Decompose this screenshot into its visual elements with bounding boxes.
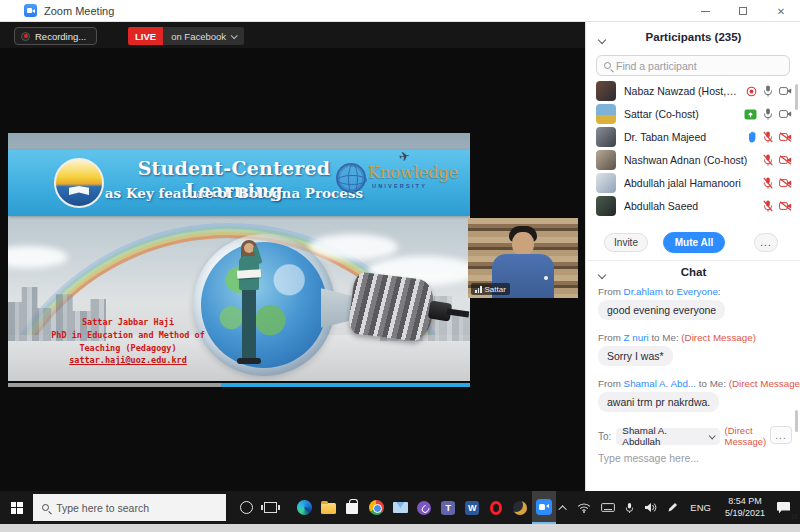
participants-more-button[interactable]: ...	[754, 233, 778, 252]
knowledge-university-logo: ✈ Knowledge UNIVERSITY	[332, 151, 462, 203]
screen-edge	[0, 524, 800, 532]
minimize-button[interactable]	[686, 0, 724, 22]
taskbar-search-input[interactable]	[56, 502, 217, 514]
chat-sender: Dr.ahlam	[624, 286, 663, 297]
chat-message-input[interactable]	[598, 452, 788, 464]
presenter-info: Sattar Jabbar Haji PhD in Education and …	[22, 316, 234, 367]
screen-share-icon	[744, 109, 757, 120]
tray-pen[interactable]	[662, 491, 683, 524]
recording-indicator-icon	[746, 86, 757, 97]
zoom-app-icon	[536, 499, 552, 515]
live-badge: LIVE	[128, 27, 163, 45]
tray-volume[interactable]	[639, 491, 662, 524]
chat-header: Chat	[586, 266, 800, 278]
live-stream-control[interactable]: LIVE on Facebook	[128, 27, 244, 45]
chat-recipient: Everyone:	[676, 286, 720, 297]
camera-off-icon[interactable]	[779, 132, 792, 142]
chat-sender: Z nuri	[624, 332, 649, 343]
chat-message-bubble: good evening everyone	[598, 300, 725, 320]
date-label: 5/19/2021	[725, 508, 765, 520]
girl-reading-graphic	[230, 240, 268, 372]
clock[interactable]: 8:54 PM5/19/2021	[718, 491, 772, 524]
keyboard-icon	[601, 503, 615, 512]
task-view-button[interactable]	[258, 491, 282, 524]
participant-video-tile[interactable]: Sattar	[468, 218, 578, 298]
invite-button[interactable]: Invite	[604, 233, 648, 252]
app-word[interactable]: W	[460, 491, 484, 524]
recording-indicator[interactable]: Recording...	[14, 27, 97, 45]
mic-muted-icon[interactable]	[763, 177, 773, 189]
presenter-degree2: Teaching (Pedagogy)	[22, 342, 234, 355]
direct-message-label: (Direct Message)	[681, 332, 756, 343]
participant-row[interactable]: Dr. Taban Majeed	[596, 126, 792, 148]
task-view-icon	[264, 502, 277, 513]
slide-subtitle: as Key feature of Bologna Process	[98, 185, 370, 201]
viber-icon	[417, 501, 431, 515]
app-teams[interactable]: T	[436, 491, 460, 524]
app-file-explorer[interactable]	[316, 491, 340, 524]
tray-touch-keyboard[interactable]	[596, 491, 620, 524]
chat-message-meta: From Shamal A. Abd... to Me: (Direct Mes…	[598, 378, 794, 389]
live-target-label: on Facebook	[171, 31, 226, 42]
notification-center-button[interactable]: 16	[772, 491, 800, 524]
mic-muted-icon[interactable]	[763, 131, 773, 143]
mic-muted-icon[interactable]	[763, 154, 773, 166]
maximize-button[interactable]	[724, 0, 762, 22]
chat-scrollbar[interactable]	[795, 410, 798, 432]
recipient-select[interactable]: Shamal A. Abdullah	[616, 428, 719, 445]
participant-row[interactable]: Nashwan Adnan (Co-host)	[596, 149, 792, 171]
app-opera[interactable]	[484, 491, 508, 524]
window-title: Zoom Meeting	[44, 5, 114, 17]
tray-network[interactable]	[572, 491, 596, 524]
participants-scrollbar[interactable]	[795, 84, 798, 110]
app-store[interactable]	[340, 491, 364, 524]
participant-row[interactable]: Sattar (Co-host)	[596, 103, 792, 125]
app-mail[interactable]	[388, 491, 412, 524]
participant-row[interactable]: Abdullah jalal Hamanoori	[596, 172, 792, 194]
taskbar-search[interactable]	[33, 494, 226, 521]
chat-sender: Shamal A. Abd...	[624, 378, 696, 389]
app-browser[interactable]	[508, 491, 532, 524]
avatar	[596, 150, 616, 170]
avatar	[596, 104, 616, 124]
camera-icon[interactable]	[779, 109, 792, 119]
start-button[interactable]	[0, 491, 33, 524]
to-label: To:	[598, 431, 611, 442]
zoom-meeting-window: Zoom Meeting ✕ Recording... LIVE on Face…	[0, 0, 800, 532]
mic-icon[interactable]	[763, 85, 773, 97]
presenter-email-link: sattar.haji@uoz.edu.krd	[69, 354, 187, 367]
tray-show-hidden-icons[interactable]	[556, 491, 572, 524]
notification-count-badge: 16	[791, 513, 798, 520]
participant-search[interactable]	[596, 55, 790, 76]
mic-muted-icon[interactable]	[763, 200, 773, 212]
app-edge[interactable]	[292, 491, 316, 524]
participant-row[interactable]: Abdullah Saeed	[596, 195, 792, 217]
file-explorer-icon	[321, 503, 336, 514]
camera-off-icon[interactable]	[779, 201, 792, 211]
cortana-icon	[240, 501, 253, 514]
language-indicator[interactable]: ENG	[683, 491, 718, 524]
camera-off-icon[interactable]	[779, 155, 792, 165]
cortana-button[interactable]	[234, 491, 258, 524]
close-button[interactable]: ✕	[762, 0, 800, 22]
chevron-down-icon	[708, 432, 715, 439]
knowledge-logo-subtext: UNIVERSITY	[372, 183, 427, 189]
avatar	[596, 127, 616, 147]
video-progress-bar[interactable]	[8, 383, 470, 387]
chat-input[interactable]	[598, 452, 788, 464]
chat-more-options-button[interactable]: ...	[770, 426, 792, 444]
tray-microphone[interactable]	[620, 491, 639, 524]
chat-composer-row: To: Shamal A. Abdullah (Direct Message) …	[598, 426, 794, 446]
chevron-down-icon[interactable]	[231, 32, 238, 39]
participant-row[interactable]: Nabaz Nawzad (Host, me)	[596, 80, 792, 102]
camera-off-icon[interactable]	[779, 178, 792, 188]
search-icon	[42, 504, 49, 511]
mute-all-button[interactable]: Mute All	[663, 232, 725, 253]
app-viber[interactable]	[412, 491, 436, 524]
app-chrome[interactable]	[364, 491, 388, 524]
app-zoom-active[interactable]	[532, 491, 556, 524]
recording-label: Recording...	[35, 31, 86, 42]
mic-icon[interactable]	[763, 108, 773, 120]
camera-icon[interactable]	[779, 86, 792, 96]
participant-search-input[interactable]	[616, 60, 782, 72]
